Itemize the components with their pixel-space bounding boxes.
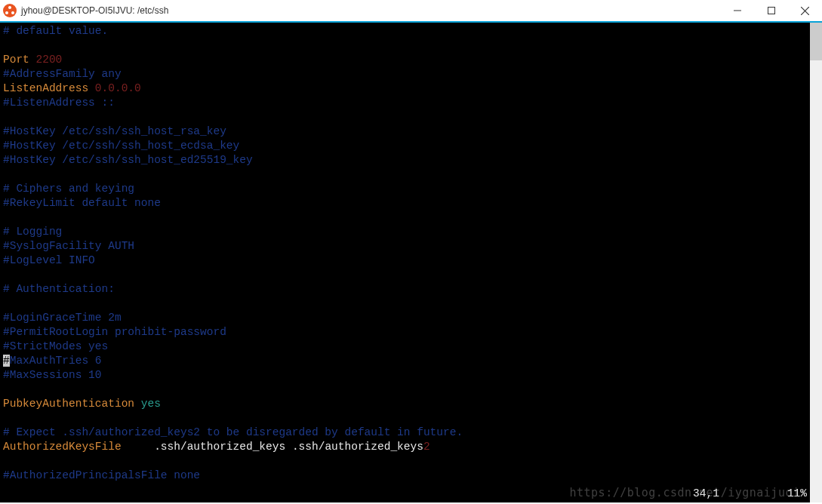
terminal-line: #AuthorizedPrincipalsFile none (3, 469, 819, 483)
terminal-line: # Ciphers and keying (3, 182, 819, 196)
terminal-line (3, 211, 819, 225)
terminal-text-segment: #HostKey /etc/ssh/ssh_host_ecdsa_key (3, 140, 239, 152)
terminal-text-segment (3, 383, 10, 395)
terminal-line: #AddressFamily any (3, 67, 819, 81)
terminal-line: #PermitRootLogin prohibit-password (3, 325, 819, 340)
vertical-scrollbar[interactable] (810, 23, 822, 502)
terminal-content[interactable]: # default value. Port 2200#AddressFamily… (0, 23, 822, 502)
terminal-text-segment: Port (3, 54, 36, 66)
terminal-line: #HostKey /etc/ssh/ssh_host_rsa_key (3, 124, 819, 139)
terminal-text-segment: # Authentication: (3, 283, 115, 295)
terminal-text-segment: #AddressFamily any (3, 68, 122, 80)
terminal-line (3, 383, 819, 397)
terminal-line: #HostKey /etc/ssh/ssh_host_ed25519_key (3, 153, 819, 167)
terminal-text-segment: #StrictModes yes (3, 340, 108, 352)
minimize-icon (734, 7, 741, 14)
terminal-line (3, 297, 819, 311)
terminal-text-segment (3, 455, 10, 467)
terminal-text-segment: MaxAuthTries 6 (10, 355, 102, 367)
terminal-line: # Logging (3, 225, 819, 239)
terminal-line: #StrictModes yes (3, 340, 819, 354)
maximize-icon (768, 7, 775, 14)
terminal-line (3, 454, 819, 469)
terminal-line: PubkeyAuthentication yes (3, 397, 819, 411)
terminal-text-segment (3, 297, 10, 309)
terminal-text-segment: #AuthorizedPrincipalsFile none (3, 469, 200, 481)
terminal-text-segment: AuthorizedKeysFile (3, 441, 122, 453)
close-icon (801, 7, 809, 15)
terminal-text-segment: 2 (423, 441, 430, 453)
terminal-text-segment (3, 111, 10, 123)
terminal-text-segment: 2200 (36, 54, 63, 66)
terminal-line: #MaxSessions 10 (3, 368, 819, 383)
terminal-text-segment: #HostKey /etc/ssh/ssh_host_rsa_key (3, 125, 226, 137)
terminal-text-segment: ListenAddress (3, 82, 95, 94)
terminal-text-segment: yes (141, 398, 161, 410)
terminal-text-segment: .ssh/authorized_keys .ssh/authorized_key… (122, 441, 423, 453)
terminal-line: #LoginGraceTime 2m (3, 311, 819, 325)
maximize-button[interactable] (754, 0, 788, 21)
terminal-text-segment: #HostKey /etc/ssh/ssh_host_ed25519_key (3, 154, 253, 166)
svg-rect-1 (768, 8, 774, 14)
terminal-text-segment (3, 412, 10, 424)
scroll-percent: 11% (787, 487, 807, 501)
terminal-line (3, 38, 819, 53)
minimize-button[interactable] (720, 0, 754, 21)
terminal-line: # default value. (3, 24, 819, 38)
terminal-line: #ListenAddress :: (3, 96, 819, 110)
terminal-text-segment: # Expect .ssh/authorized_keys2 to be dis… (3, 426, 463, 438)
scrollbar-thumb[interactable] (810, 23, 822, 60)
terminal-line: # Authentication: (3, 282, 819, 297)
terminal-text-segment: #LogLevel INFO (3, 254, 95, 266)
terminal-text-segment: 0.0.0.0 (95, 82, 141, 94)
window-title: jyhou@DESKTOP-OI5IJVU: /etc/ssh (21, 5, 168, 16)
terminal-line: AuthorizedKeysFile .ssh/authorized_keys … (3, 440, 819, 454)
terminal-line (3, 411, 819, 426)
close-button[interactable] (788, 0, 822, 21)
terminal-text-segment (3, 168, 10, 180)
terminal-line (3, 167, 819, 182)
terminal-text-segment: #RekeyLimit default none (3, 197, 161, 209)
terminal-text-segment (3, 269, 10, 281)
cursor-position: 34,1 (693, 487, 719, 501)
terminal-line: #SyslogFacility AUTH (3, 239, 819, 254)
terminal-text-segment: # Logging (3, 226, 62, 238)
terminal-text-segment: # (3, 355, 10, 367)
terminal-line: #MaxAuthTries 6 (3, 354, 819, 368)
terminal-line: #LogLevel INFO (3, 254, 819, 268)
terminal-text-segment: PubkeyAuthentication (3, 398, 141, 410)
terminal-text-segment: # Ciphers and keying (3, 183, 134, 195)
terminal-line: #RekeyLimit default none (3, 196, 819, 211)
window-titlebar: jyhou@DESKTOP-OI5IJVU: /etc/ssh (0, 0, 822, 23)
terminal-text-segment (3, 39, 10, 51)
terminal-text-segment (3, 211, 10, 223)
window-controls (720, 0, 822, 21)
terminal-text-segment: #ListenAddress :: (3, 97, 115, 109)
terminal-text-segment: #LoginGraceTime 2m (3, 312, 122, 324)
terminal-line: Port 2200 (3, 53, 819, 67)
terminal-line (3, 268, 819, 282)
terminal-text-segment: #SyslogFacility AUTH (3, 240, 134, 252)
terminal-text-segment: # default value. (3, 25, 108, 37)
vim-status-bar: 34,111% (693, 487, 807, 501)
terminal-line: #HostKey /etc/ssh/ssh_host_ecdsa_key (3, 139, 819, 153)
terminal-text-segment: #MaxSessions 10 (3, 369, 102, 381)
terminal-text-segment: #PermitRootLogin prohibit-password (3, 326, 226, 338)
terminal-line (3, 110, 819, 124)
terminal-line: # Expect .ssh/authorized_keys2 to be dis… (3, 426, 819, 440)
ubuntu-icon (3, 4, 17, 17)
terminal-line: ListenAddress 0.0.0.0 (3, 81, 819, 96)
